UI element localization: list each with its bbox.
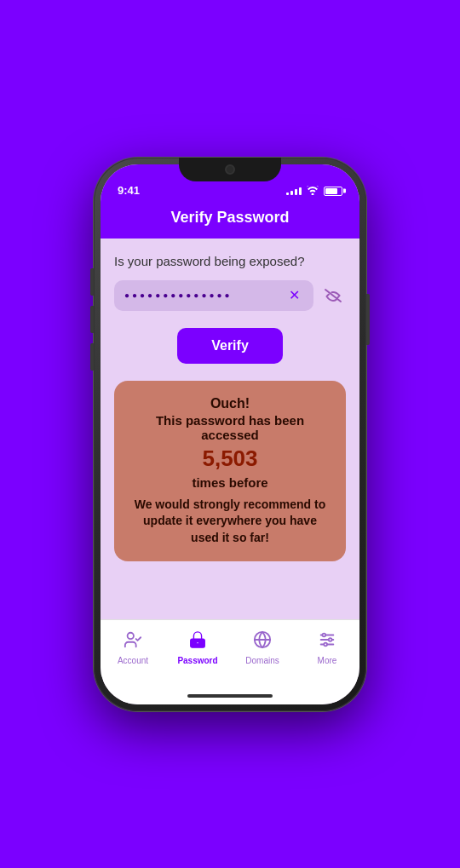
home-bar [187,694,273,698]
eye-slash-icon [324,288,342,303]
result-ouch: Ouch! [128,396,332,411]
result-accessed: This password has been accessed [128,413,332,442]
password-dots: ●●●●●●●●●●●●●● [124,290,285,300]
toggle-visibility-button[interactable] [320,285,346,307]
result-recommend: We would strongly recommend to update it… [128,497,332,547]
sliders-icon [318,630,336,653]
signal-icon [286,187,302,195]
password-input-row: ●●●●●●●●●●●●●● ✕ [114,280,346,311]
tab-more-label: More [318,656,337,665]
tab-account-label: Account [118,656,148,665]
notch [179,158,281,181]
tab-more[interactable]: More [295,627,359,669]
result-count: 5,503 [128,445,332,472]
notch-camera [225,164,235,175]
tab-domains[interactable]: Domains [230,627,295,669]
svg-point-0 [128,632,134,638]
svg-point-2 [197,641,199,644]
tab-domains-label: Domains [245,656,279,665]
verify-button[interactable]: Verify [177,328,283,364]
status-time: 9:41 [118,184,140,197]
question-label: Is your password being exposed? [114,254,346,268]
tab-bar: Account Password [101,619,359,687]
globe-icon [253,630,272,653]
phone-frame: 9:41 Verify Password [94,158,366,711]
lock-icon [188,630,207,653]
wifi-icon [307,186,319,197]
battery-icon [324,187,342,196]
page-title: Verify Password [114,209,346,227]
result-card: Ouch! This password has been accessed 5,… [114,381,346,562]
person-check-icon [124,630,142,653]
tab-password-label: Password [177,656,217,665]
tab-account[interactable]: Account [101,627,165,669]
home-indicator [101,687,359,704]
password-field-container[interactable]: ●●●●●●●●●●●●●● ✕ [114,280,313,311]
status-icons [286,186,342,197]
svg-point-9 [329,638,332,641]
result-times: times before [128,475,332,490]
phone-screen: 9:41 Verify Password [101,164,359,704]
main-content: Is your password being exposed? ●●●●●●●●… [101,239,359,619]
tab-password[interactable]: Password [165,627,230,669]
svg-point-10 [324,642,327,646]
app-header: Verify Password [101,202,359,239]
svg-point-8 [323,633,326,636]
clear-button[interactable]: ✕ [285,289,303,302]
